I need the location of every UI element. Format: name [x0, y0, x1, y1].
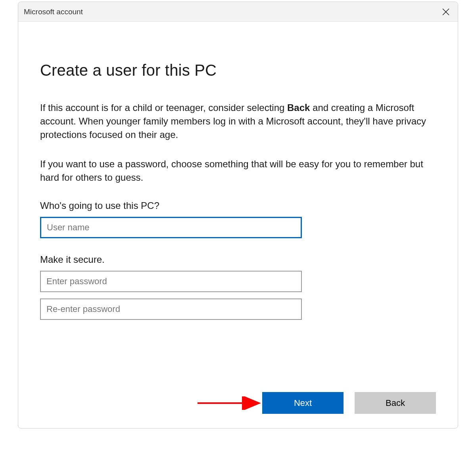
content-area: Create a user for this PC If this accoun… [18, 22, 458, 320]
info-paragraph-1-bold: Back [287, 102, 310, 113]
close-icon [442, 8, 449, 15]
titlebar: Microsoft account [18, 2, 458, 22]
window-title: Microsoft account [24, 8, 83, 16]
username-input[interactable] [40, 217, 302, 238]
next-button[interactable]: Next [262, 392, 344, 414]
info-paragraph-2: If you want to use a password, choose so… [40, 157, 436, 184]
password-confirm-input[interactable] [40, 298, 302, 320]
dialog-window: Microsoft account Create a user for this… [18, 2, 458, 428]
password-input[interactable] [40, 271, 302, 292]
username-section: Who's going to use this PC? [40, 200, 436, 238]
password-label: Make it secure. [40, 254, 436, 265]
close-button[interactable] [434, 2, 458, 22]
back-button[interactable]: Back [355, 392, 436, 414]
info-paragraph-1-pre: If this account is for a child or teenag… [40, 102, 287, 113]
annotation-arrow-icon [196, 396, 267, 410]
info-paragraph-1: If this account is for a child or teenag… [40, 101, 436, 142]
page-heading: Create a user for this PC [40, 61, 436, 79]
username-label: Who's going to use this PC? [40, 200, 436, 211]
footer-buttons: Next Back [262, 392, 436, 414]
password-section: Make it secure. [40, 254, 436, 320]
